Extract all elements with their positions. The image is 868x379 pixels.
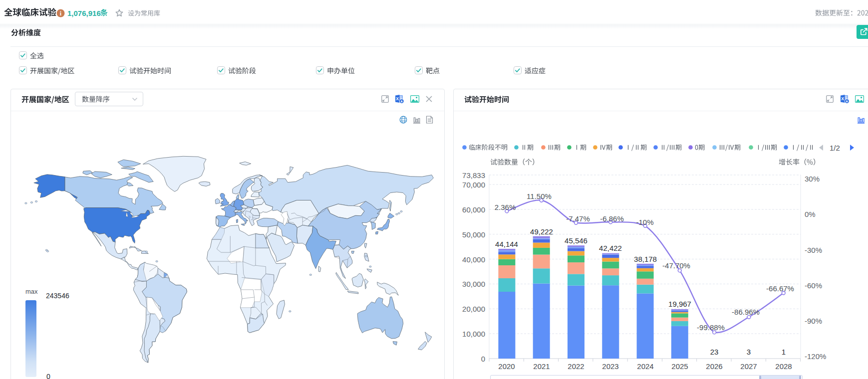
- svg-text:X: X: [841, 96, 844, 101]
- svg-text:X: X: [396, 96, 399, 101]
